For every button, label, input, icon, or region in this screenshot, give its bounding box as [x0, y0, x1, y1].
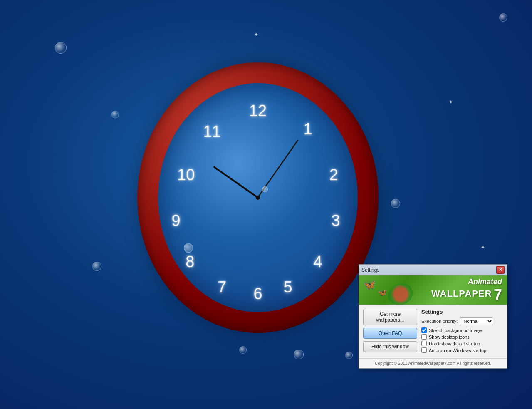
close-button[interactable]: ✕ [496, 266, 505, 274]
autorun-checkbox[interactable] [421, 347, 427, 353]
dont-show-checkbox[interactable] [421, 341, 427, 346]
butterfly-icon-2: 🦋 [378, 288, 387, 297]
logo-container: Animated WALLPAPER 7 [431, 278, 502, 304]
sparkle: ✦ [254, 31, 259, 38]
settings-body: Get more wallpapers... Open FAQ Hide thi… [359, 305, 507, 358]
bubble [499, 13, 507, 22]
butterfly-icon: 🦋 [363, 279, 376, 290]
show-icons-row: Show desktop icons [421, 334, 503, 340]
logo-animated: Animated [468, 278, 502, 286]
stretch-bg-label: Stretch background image [429, 328, 482, 333]
settings-options: Settings Execution priority: Normal High… [421, 309, 503, 354]
sparkle: ✦ [448, 99, 453, 105]
hide-window-button[interactable]: Hide this window [363, 341, 417, 352]
bubble [239, 346, 247, 354]
show-icons-label: Show desktop icons [429, 335, 470, 340]
bubble [55, 42, 67, 54]
clock-bubble-small [262, 186, 268, 192]
bubble [294, 350, 304, 359]
priority-row: Execution priority: Normal High Low [421, 317, 503, 325]
clock-center [256, 196, 260, 200]
stretch-bg-checkbox[interactable] [421, 327, 427, 333]
window-title: Settings [361, 267, 379, 273]
open-faq-button[interactable]: Open FAQ [363, 328, 417, 339]
bubble [391, 199, 400, 208]
dont-show-row: Don't show this at startup [421, 341, 503, 346]
settings-banner: 🦋 🦋 Animated WALLPAPER 7 [359, 275, 507, 305]
autorun-label: Autorun on Windows startup [429, 348, 486, 353]
priority-select[interactable]: Normal High Low [460, 317, 493, 325]
autorun-row: Autorun on Windows startup [421, 347, 503, 353]
sparkle: ✦ [480, 244, 485, 250]
footer-text: Copyright © 2011 AnimatedWallpaper7.com … [375, 361, 491, 366]
logo-version: 7 [494, 286, 502, 303]
show-icons-checkbox[interactable] [421, 334, 427, 340]
settings-buttons: Get more wallpapers... Open FAQ Hide thi… [363, 309, 417, 354]
hour-hand [213, 166, 258, 198]
bubble [111, 111, 119, 118]
stretch-bg-row: Stretch background image [421, 327, 503, 333]
watermelon-decoration [385, 280, 416, 305]
clock-face: 12 1 2 3 4 5 6 7 8 9 10 11 [158, 83, 358, 312]
clock: 12 1 2 3 4 5 6 7 8 9 10 11 [137, 62, 379, 333]
logo-text: Animated WALLPAPER 7 [431, 278, 502, 304]
priority-label: Execution priority: [421, 319, 458, 324]
logo-wallpaper: WALLPAPER [431, 288, 492, 299]
bubble [345, 352, 353, 359]
settings-footer: Copyright © 2011 AnimatedWallpaper7.com … [359, 358, 507, 368]
get-wallpapers-button[interactable]: Get more wallpapers... [363, 309, 417, 325]
settings-window: Settings ✕ 🦋 🦋 Animated WALLPAPER 7 Get … [359, 264, 507, 369]
bubble [92, 262, 101, 271]
dont-show-label: Don't show this at startup [429, 341, 480, 346]
settings-section-title: Settings [421, 309, 503, 315]
title-bar: Settings ✕ [359, 265, 507, 275]
